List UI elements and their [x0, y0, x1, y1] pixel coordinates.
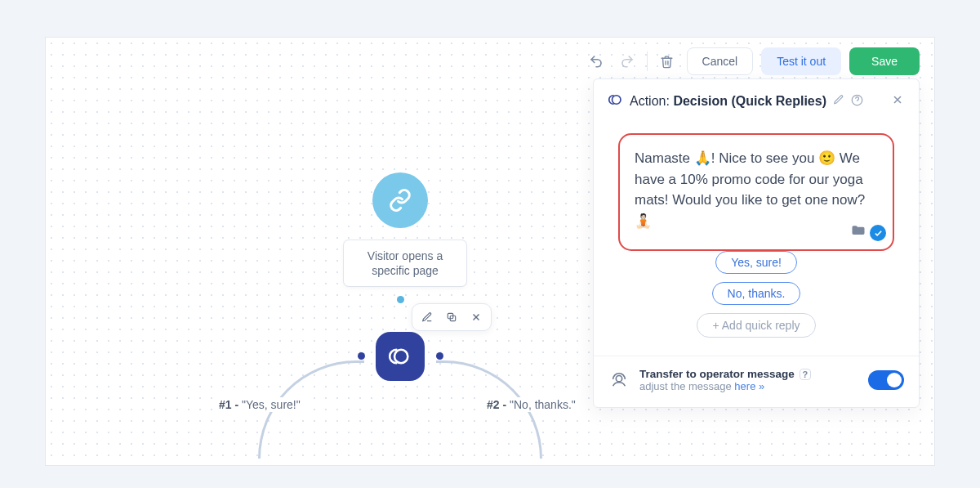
quick-reply-1[interactable]: Yes, sure!	[715, 251, 797, 274]
duplicate-node-icon[interactable]	[442, 307, 461, 327]
connector-dot	[397, 296, 404, 303]
svg-point-5	[612, 96, 621, 105]
undo-icon[interactable]	[585, 50, 608, 73]
info-icon[interactable]: ?	[800, 369, 811, 380]
branch-label-1: #1 - "Yes, sure!"	[216, 397, 304, 412]
transfer-title: Transfer to operator message	[639, 368, 795, 380]
validated-badge-icon	[870, 225, 886, 241]
test-button[interactable]: Test it out	[761, 47, 841, 75]
branch-port-right[interactable]	[436, 352, 443, 360]
action-name: Decision (Quick Replies)	[673, 94, 826, 108]
add-quick-reply-button[interactable]: + Add quick reply	[697, 313, 815, 338]
delete-node-icon[interactable]	[466, 307, 486, 327]
flow-canvas[interactable]: Cancel Test it out Save Visitor opens a …	[45, 37, 935, 466]
link-icon	[388, 188, 412, 213]
quick-reply-2[interactable]: No, thanks.	[712, 282, 801, 305]
decision-node[interactable]	[376, 332, 425, 381]
trigger-label: Visitor opens a specific page	[344, 240, 466, 286]
branch-label-2: #2 - "No, thanks."	[483, 397, 579, 412]
message-input[interactable]: Namaste 🙏! Nice to see you 🙂 We have a 1…	[618, 133, 894, 251]
redo-icon[interactable]	[616, 50, 639, 73]
action-label: Action:	[630, 94, 670, 108]
branch-port-left[interactable]	[358, 352, 365, 360]
quick-replies: Yes, sure! No, thanks. + Add quick reply	[594, 256, 919, 356]
transfer-link[interactable]: here »	[734, 380, 764, 392]
node-toolbar	[412, 303, 492, 331]
trash-icon[interactable]	[656, 50, 679, 73]
edit-node-icon[interactable]	[417, 307, 437, 327]
svg-point-10	[616, 376, 621, 382]
operator-icon	[608, 369, 630, 391]
trigger-node[interactable]	[372, 172, 428, 228]
decision-icon	[389, 345, 412, 368]
help-icon[interactable]	[851, 94, 863, 110]
rename-icon[interactable]	[833, 94, 844, 109]
toolbar-divider	[647, 51, 648, 71]
panel-header: Action: Decision (Quick Replies)	[594, 92, 919, 120]
message-text: Namaste 🙏! Nice to see you 🙂 We have a 1…	[635, 150, 865, 229]
canvas-toolbar: Cancel Test it out Save	[585, 47, 920, 75]
cancel-button[interactable]: Cancel	[687, 47, 754, 75]
close-panel-icon[interactable]	[891, 93, 904, 110]
transfer-sub: adjust the message	[639, 380, 734, 392]
svg-point-4	[394, 350, 408, 363]
save-button[interactable]: Save	[849, 47, 920, 75]
action-panel: Action: Decision (Quick Replies) Namaste…	[593, 78, 920, 408]
attachment-icon[interactable]	[850, 222, 866, 245]
transfer-toggle[interactable]	[868, 370, 904, 390]
transfer-section: Transfer to operator message ? adjust th…	[594, 356, 919, 407]
decision-icon	[608, 92, 623, 110]
